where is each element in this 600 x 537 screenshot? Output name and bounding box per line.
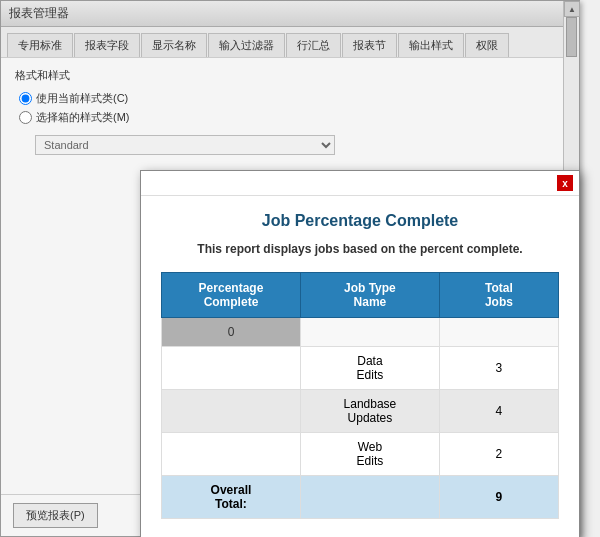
tab-output-style[interactable]: 输出样式 xyxy=(398,33,464,57)
table-row: LandbaseUpdates 4 xyxy=(162,390,559,433)
radio-current-label: 使用当前样式类(C) xyxy=(36,91,128,106)
cell-job-3: WebEdits xyxy=(300,433,439,476)
cell-total-2: 4 xyxy=(439,390,558,433)
cell-pct-3 xyxy=(162,433,301,476)
table-row: WebEdits 2 xyxy=(162,433,559,476)
cell-job-2: LandbaseUpdates xyxy=(300,390,439,433)
table-total-row: OverallTotal: 9 xyxy=(162,476,559,519)
radio-current-input[interactable] xyxy=(19,92,32,105)
dialog-title: Job Percentage Complete xyxy=(161,212,559,230)
style-dropdown-wrapper: Standard xyxy=(35,135,565,155)
table-row: DataEdits 3 xyxy=(162,347,559,390)
radio-use-current[interactable]: 使用当前样式类(C) xyxy=(19,91,565,106)
cell-total-value: 9 xyxy=(439,476,558,519)
table-header: PercentageComplete Job TypeName TotalJob… xyxy=(162,273,559,318)
header-job: Job TypeName xyxy=(300,273,439,318)
bg-content: 格式和样式 使用当前样式类(C) 选择箱的样式类(M) Standard xyxy=(1,58,579,165)
scroll-thumb[interactable] xyxy=(566,17,577,57)
tab-special-standard[interactable]: 专用标准 xyxy=(7,33,73,57)
radio-select-label: 选择箱的样式类(M) xyxy=(36,110,130,125)
cell-total-job xyxy=(300,476,439,519)
tab-report-node[interactable]: 报表节 xyxy=(342,33,397,57)
tab-report-fields[interactable]: 报表字段 xyxy=(74,33,140,57)
cell-job-1: DataEdits xyxy=(300,347,439,390)
cell-total-1: 3 xyxy=(439,347,558,390)
report-table: PercentageComplete Job TypeName TotalJob… xyxy=(161,272,559,519)
cell-job-0 xyxy=(300,318,439,347)
header-pct: PercentageComplete xyxy=(162,273,301,318)
preview-report-button[interactable]: 预览报表(P) xyxy=(13,503,98,528)
style-select[interactable]: Standard xyxy=(35,135,335,155)
cell-total-3: 2 xyxy=(439,433,558,476)
radio-select-style[interactable]: 选择箱的样式类(M) xyxy=(19,110,565,125)
header-row: PercentageComplete Job TypeName TotalJob… xyxy=(162,273,559,318)
tab-permissions[interactable]: 权限 xyxy=(465,33,509,57)
dialog-subtitle: This report displays jobs based on the p… xyxy=(161,242,559,256)
radio-select-input[interactable] xyxy=(19,111,32,124)
table-body: 0 DataEdits 3 LandbaseUpdates 4 xyxy=(162,318,559,519)
cell-total-0 xyxy=(439,318,558,347)
cell-pct-1 xyxy=(162,347,301,390)
scroll-up-arrow[interactable]: ▲ xyxy=(564,1,580,17)
bg-titlebar: 报表管理器 xyxy=(1,1,579,27)
radio-group: 使用当前样式类(C) 选择箱的样式类(M) Standard xyxy=(15,91,565,155)
tab-row-summary[interactable]: 行汇总 xyxy=(286,33,341,57)
cell-pct-2 xyxy=(162,390,301,433)
dialog-body: Job Percentage Complete This report disp… xyxy=(141,196,579,537)
cell-total-label: OverallTotal: xyxy=(162,476,301,519)
header-total: TotalJobs xyxy=(439,273,558,318)
table-row: 0 xyxy=(162,318,559,347)
dialog-close-button[interactable]: x xyxy=(557,175,573,191)
tab-display-name[interactable]: 显示名称 xyxy=(141,33,207,57)
tab-input-filter[interactable]: 输入过滤器 xyxy=(208,33,285,57)
cell-pct-0: 0 xyxy=(162,318,301,347)
bg-title: 报表管理器 xyxy=(9,5,69,22)
bg-tabs: 专用标准 报表字段 显示名称 输入过滤器 行汇总 报表节 输出样式 权限 xyxy=(1,27,579,58)
report-dialog: x Job Percentage Complete This report di… xyxy=(140,170,580,537)
dialog-titlebar: x xyxy=(141,171,579,196)
section-title: 格式和样式 xyxy=(15,68,565,83)
